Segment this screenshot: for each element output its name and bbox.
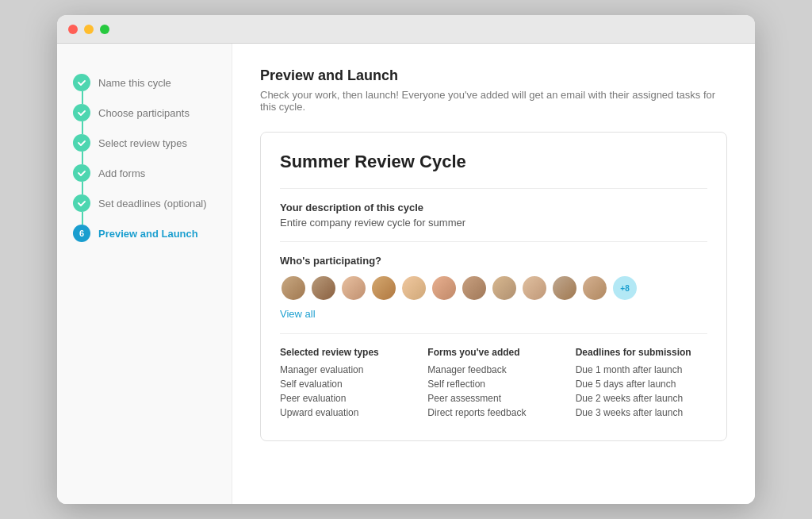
view-all-link[interactable]: View all <box>280 308 316 320</box>
avatar-2 <box>310 275 337 302</box>
minimize-button[interactable] <box>84 25 94 34</box>
step-5-icon <box>73 194 90 212</box>
avatar-1 <box>280 275 307 302</box>
main-content: Name this cycle Choose participants Sele… <box>57 44 755 504</box>
fullscreen-button[interactable] <box>100 25 109 34</box>
avatar-5 <box>400 275 427 302</box>
review-types-header: Selected review types <box>280 347 412 358</box>
review-types-col: Selected review types Manager evaluation… <box>280 347 412 421</box>
step-5[interactable]: Set deadlines (optional) <box>73 188 216 218</box>
avatar-8 <box>491 275 518 302</box>
step-6[interactable]: 6 Preview and Launch <box>73 218 216 248</box>
participating-label: Who's participating? <box>280 255 707 267</box>
avatar-7 <box>461 275 488 302</box>
avatar-10 <box>551 275 578 302</box>
review-type-2: Self evaluation <box>280 379 412 390</box>
review-type-1: Manager evaluation <box>280 364 412 375</box>
description-label: Your description of this cycle <box>280 202 707 213</box>
step-2-icon <box>73 104 90 121</box>
app-window: Name this cycle Choose participants Sele… <box>57 15 755 504</box>
avatar-11 <box>581 275 608 302</box>
form-4: Direct reports feedback <box>427 407 559 418</box>
titlebar <box>57 15 755 44</box>
avatar-6 <box>431 275 458 302</box>
preview-card: Summer Review Cycle Your description of … <box>260 132 727 441</box>
deadlines-header: Deadlines for submission <box>576 347 707 358</box>
form-3: Peer assessment <box>427 393 559 404</box>
step-3-icon <box>73 134 90 152</box>
page-subtitle: Check your work, then launch! Everyone y… <box>260 89 727 113</box>
review-type-4: Upward evaluation <box>280 407 412 418</box>
step-2[interactable]: Choose participants <box>73 98 216 128</box>
step-1[interactable]: Name this cycle <box>73 67 216 98</box>
deadline-2: Due 5 days after launch <box>576 379 707 390</box>
description-value: Entire company review cycle for summer <box>280 217 707 229</box>
step-6-label: Preview and Launch <box>98 228 198 240</box>
participating-section: Who's participating? +8 <box>280 255 707 321</box>
step-5-label: Set deadlines (optional) <box>98 198 207 210</box>
forms-col: Forms you've added Manager feedback Self… <box>427 347 559 421</box>
deadline-3: Due 2 weeks after launch <box>576 393 707 404</box>
avatar-9 <box>521 275 548 302</box>
step-3-label: Select review types <box>98 137 187 149</box>
avatar-3 <box>340 275 367 302</box>
avatar-4 <box>370 275 397 302</box>
step-1-label: Name this cycle <box>98 77 171 89</box>
step-1-icon <box>73 74 90 91</box>
step-3[interactable]: Select review types <box>73 128 216 158</box>
deadlines-col: Deadlines for submission Due 1 month aft… <box>576 347 707 421</box>
divider-2 <box>280 241 707 242</box>
step-4-label: Add forms <box>98 167 145 179</box>
deadline-4: Due 3 weeks after launch <box>576 407 707 418</box>
review-type-3: Peer evaluation <box>280 393 412 404</box>
step-6-icon: 6 <box>73 225 90 242</box>
divider-1 <box>280 188 707 189</box>
page-title: Preview and Launch <box>260 67 727 84</box>
avatars-row: +8 <box>280 275 707 302</box>
step-4-icon <box>73 164 90 182</box>
sidebar: Name this cycle Choose participants Sele… <box>57 44 232 504</box>
close-button[interactable] <box>68 25 78 34</box>
form-2: Self reflection <box>427 379 559 390</box>
review-grid: Selected review types Manager evaluation… <box>280 347 707 421</box>
avatar-more: +8 <box>611 275 638 302</box>
divider-3 <box>280 333 707 334</box>
step-4[interactable]: Add forms <box>73 158 216 188</box>
forms-header: Forms you've added <box>427 347 559 358</box>
step-2-label: Choose participants <box>98 107 190 119</box>
main-panel: Preview and Launch Check your work, then… <box>232 44 755 504</box>
form-1: Manager feedback <box>427 364 559 375</box>
deadline-1: Due 1 month after launch <box>576 364 707 375</box>
cycle-title: Summer Review Cycle <box>280 152 707 172</box>
